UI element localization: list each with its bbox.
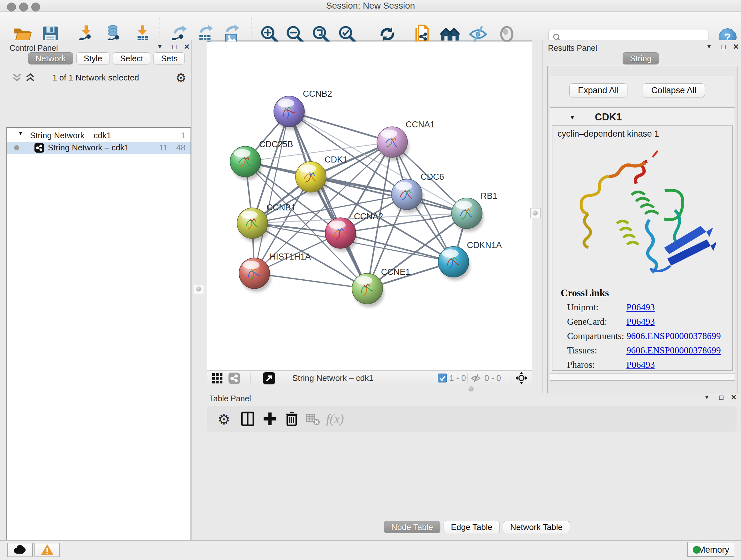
crosslink-link[interactable]: P06493 xyxy=(626,316,655,327)
gene-collapse-icon[interactable]: ▼ xyxy=(569,114,576,121)
crosslinks-heading: CrossLinks xyxy=(561,287,609,299)
results-panel-float-icon[interactable]: □ xyxy=(722,43,726,51)
table-gear-icon[interactable]: ⚙ xyxy=(218,411,230,428)
network-options-gear-icon[interactable]: ⚙ xyxy=(176,71,186,85)
network-row[interactable]: String Network – cdk1 11 48 xyxy=(7,142,191,154)
zoom-out-button[interactable] xyxy=(285,24,305,44)
expand-all-button[interactable]: Expand All xyxy=(569,83,627,98)
split-columns-icon[interactable] xyxy=(239,411,256,427)
tab-select[interactable]: Select xyxy=(113,52,150,64)
crosslink-link[interactable]: P06493 xyxy=(626,360,655,370)
crosslink-link[interactable]: 9606.ENSP00000378699 xyxy=(626,345,721,356)
network-node-cdc6[interactable] xyxy=(392,179,423,213)
tab-sets[interactable]: Sets xyxy=(153,52,185,64)
tab-network[interactable]: Network xyxy=(28,52,73,64)
refresh-icon xyxy=(378,24,397,44)
tab-style[interactable]: Style xyxy=(76,52,110,64)
delete-table-icon[interactable] xyxy=(305,411,321,427)
zoom-fit-button[interactable] xyxy=(312,24,331,44)
tab-edge-table[interactable]: Edge Table xyxy=(444,521,500,533)
new-network-from-selection-button[interactable] xyxy=(413,24,432,44)
left-splitter-handle[interactable] xyxy=(194,284,204,294)
crosslink-link[interactable]: P06493 xyxy=(626,302,655,313)
add-column-icon[interactable] xyxy=(262,411,278,427)
network-node-cdkn1a[interactable] xyxy=(438,246,470,280)
network-edge xyxy=(254,111,289,273)
refresh-view-button[interactable] xyxy=(378,24,397,44)
table-panel-close-icon[interactable]: ✕ xyxy=(731,393,737,401)
table-panel: Table Panel ▼ □ ✕ ⚙ f(x) shared namename… xyxy=(207,393,741,540)
network-node-cdc25b[interactable] xyxy=(230,146,262,180)
function-builder-button[interactable]: f(x) xyxy=(326,411,344,426)
network-node-ccna2[interactable] xyxy=(325,218,357,252)
network-node-rb1[interactable] xyxy=(452,198,483,232)
results-panel: Results Panel ▼ □ ✕ String Expand All Co… xyxy=(542,40,741,393)
selected-count: 1 - 0 xyxy=(449,371,466,385)
zoom-selected-button[interactable] xyxy=(338,24,357,44)
toolbar-separator xyxy=(403,16,403,37)
table-panel-menu-icon[interactable]: ▼ xyxy=(704,394,710,401)
toolbar-separator xyxy=(251,16,252,37)
toolbar-separator xyxy=(159,16,160,37)
control-panel-close-icon[interactable]: ✕ xyxy=(184,43,190,51)
network-collection-label: String Network – cdk1 xyxy=(30,131,111,140)
node-label-rb1: RB1 xyxy=(481,191,497,201)
crosslink-label: Uniprot: xyxy=(567,302,598,312)
crosslink-row: Tissues:9606.ENSP00000378699 xyxy=(567,345,727,360)
warning-status-button[interactable] xyxy=(35,543,60,557)
crosslink-link[interactable]: 9606.ENSP00000378699 xyxy=(626,331,721,341)
show-hidden-button[interactable] xyxy=(497,24,516,44)
gene-details-box: cyclin–dependent kinase 1 xyxy=(552,125,733,371)
collapse-all-button[interactable]: Collapse All xyxy=(643,83,705,98)
gene-name: CDK1 xyxy=(595,111,622,123)
network-collection-row[interactable]: ▼ String Network – cdk1 1 xyxy=(7,130,191,142)
window-title: Session: New Session xyxy=(0,0,741,11)
results-panel-menu-icon[interactable]: ▼ xyxy=(706,44,712,50)
zoom-in-button[interactable] xyxy=(260,24,279,44)
crosslink-label: Tissues: xyxy=(567,345,597,355)
memory-label: Memory xyxy=(698,545,729,555)
node-label-ccnb1: CCNB1 xyxy=(266,203,296,212)
network-edge-count: 48 xyxy=(176,143,185,152)
crosslink-row: Uniprot:P06493 xyxy=(567,302,727,316)
horizontal-splitter-handle[interactable] xyxy=(468,386,474,391)
node-label-cdc6: CDC6 xyxy=(421,172,444,182)
control-panel-float-icon[interactable]: □ xyxy=(172,43,177,51)
cloud-status-button[interactable] xyxy=(7,543,33,557)
control-panel-title: Control Panel xyxy=(10,44,58,53)
table-panel-float-icon[interactable]: □ xyxy=(719,393,724,401)
network-node-ccnb2[interactable] xyxy=(274,96,306,130)
houses-icon xyxy=(441,24,460,44)
memory-button[interactable]: Memory xyxy=(687,542,734,557)
control-panel-tabs: NetworkStyleSelectSets xyxy=(28,52,188,64)
results-panel-close-icon[interactable]: ✕ xyxy=(733,43,739,51)
tab-string[interactable]: String xyxy=(623,52,659,64)
crosslink-label: Compartments: xyxy=(567,331,624,341)
tree-expand-icon[interactable]: ▼ xyxy=(18,130,23,137)
fit-crosshair-icon[interactable] xyxy=(515,372,528,384)
hidden-eye-slash-icon xyxy=(471,374,481,383)
results-actions-box: Expand All Collapse All xyxy=(550,76,735,106)
birdseye-grid-icon[interactable] xyxy=(212,373,223,384)
network-view-canvas[interactable]: CCNB2CCNA1CDC25BCDK1CDC6RB1CCNB1CCNA2CDK… xyxy=(207,42,532,370)
export-image-button[interactable] xyxy=(221,24,241,44)
tab-network-table[interactable]: Network Table xyxy=(503,521,570,533)
gene-description: cyclin–dependent kinase 1 xyxy=(557,129,659,139)
node-label-cdk1: CDK1 xyxy=(325,155,347,165)
network-node-ccna1[interactable] xyxy=(377,127,409,161)
control-panel-menu-icon[interactable]: ▼ xyxy=(157,44,163,50)
network-share-gray-icon[interactable] xyxy=(228,373,240,384)
zoom-out-icon xyxy=(285,24,305,44)
open-in-new-window-icon[interactable] xyxy=(263,372,275,384)
right-splitter-handle[interactable] xyxy=(530,208,541,219)
network-node-ccne1[interactable] xyxy=(352,273,384,307)
hide-unhide-button[interactable] xyxy=(468,24,488,44)
houses-button[interactable] xyxy=(441,24,460,44)
delete-column-icon[interactable] xyxy=(283,411,300,427)
network-node-hist1h1a[interactable] xyxy=(239,258,271,292)
selected-checkbox-icon[interactable] xyxy=(438,374,447,382)
node-label-ccne1: CCNE1 xyxy=(381,267,410,277)
tab-node-table[interactable]: Node Table xyxy=(384,521,441,533)
network-node-cdk1[interactable] xyxy=(295,162,327,195)
results-scroll-strip[interactable] xyxy=(550,374,735,381)
